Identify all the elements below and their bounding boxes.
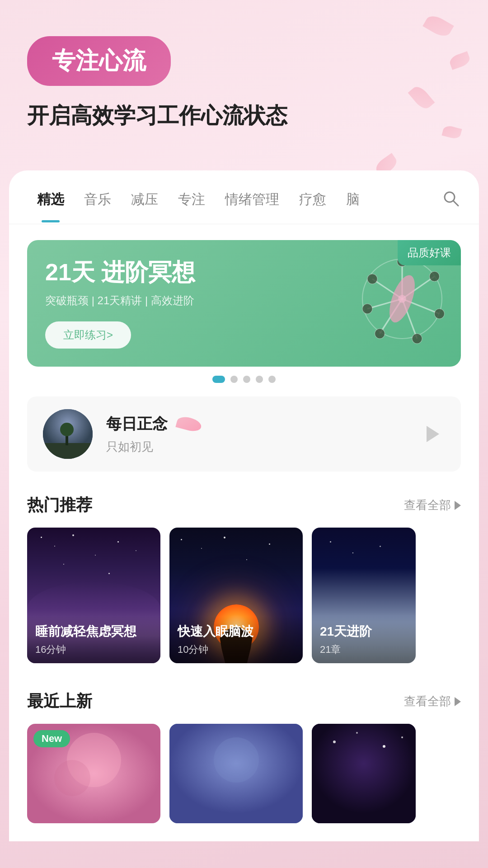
banner-carousel[interactable]: 品质好课 21天 进阶冥想 突破瓶颈 | 21天精讲 | 高效进阶 立即练习>	[27, 240, 461, 367]
svg-point-30	[356, 732, 358, 734]
dot-2[interactable]	[230, 376, 238, 383]
daily-title-row: 每日正念	[106, 414, 404, 434]
hot-card-3[interactable]: 21天进阶 21章	[312, 528, 416, 663]
dot-5[interactable]	[268, 376, 276, 383]
new-badge: New	[33, 730, 70, 747]
hot-cards-row: 睡前减轻焦虑冥想 16分钟 快速入眠脑波 10分钟	[9, 528, 479, 663]
tab-healing[interactable]: 疗愈	[289, 190, 336, 222]
recent-more-label: 查看全部	[404, 693, 451, 709]
hot-card-1[interactable]: 睡前减轻焦虑冥想 16分钟	[27, 528, 160, 663]
search-button[interactable]	[441, 189, 461, 224]
search-icon	[441, 189, 461, 208]
svg-point-29	[333, 741, 336, 743]
recent-section: 最近上新 查看全部	[9, 668, 479, 823]
banner-title: 21天 进阶冥想	[45, 258, 443, 286]
recent-card-image-3	[312, 724, 416, 823]
main-card: 精选 音乐 减压 专注 情绪管理 疗愈 脑 品质好课 21天 进阶冥想 突破瓶颈…	[9, 170, 479, 841]
banner-cta-button[interactable]: 立即练习>	[45, 321, 131, 349]
svg-rect-28	[312, 724, 416, 823]
banner-quality-badge: 品质好课	[398, 240, 461, 265]
card-caption-3: 21天进阶 21章	[312, 616, 416, 663]
dot-4[interactable]	[256, 376, 263, 383]
hot-section-more[interactable]: 查看全部	[404, 497, 461, 513]
card-image-2: 快速入眠脑波 10分钟	[169, 528, 303, 663]
hero-subtitle: 开启高效学习工作心流状态	[27, 102, 461, 130]
recent-card-1[interactable]: New	[27, 724, 160, 823]
recent-section-more[interactable]: 查看全部	[404, 693, 461, 709]
chevron-right-icon-2	[455, 697, 461, 706]
carousel-dots	[9, 376, 479, 383]
play-button[interactable]	[418, 420, 445, 448]
svg-point-25	[54, 760, 90, 796]
banner-desc: 突破瓶颈 | 21天精讲 | 高效进阶	[45, 293, 443, 308]
svg-point-31	[383, 745, 385, 748]
card-duration-3: 21章	[320, 643, 408, 656]
daily-subtitle: 只如初见	[106, 439, 404, 455]
hot-section-header: 热门推荐 查看全部	[9, 472, 479, 528]
svg-point-22	[60, 423, 74, 436]
recent-cards-row: New	[9, 724, 479, 823]
card-image-3: 21天进阶 21章	[312, 528, 416, 663]
svg-point-32	[401, 736, 403, 738]
recent-section-header: 最近上新 查看全部	[9, 668, 479, 724]
card-image-1: 睡前减轻焦虑冥想 16分钟	[27, 528, 160, 663]
daily-mindfulness-card[interactable]: 每日正念 只如初见	[27, 396, 461, 472]
card-duration-2: 10分钟	[178, 643, 295, 656]
recent-card-3[interactable]	[312, 724, 416, 823]
avatar-image	[43, 409, 93, 459]
hero-section: 专注心流 开启高效学习工作心流状态	[0, 0, 488, 157]
card-caption-1: 睡前减轻焦虑冥想 16分钟	[27, 616, 160, 663]
svg-rect-20	[43, 443, 93, 459]
chevron-right-icon	[455, 501, 461, 510]
svg-point-27	[214, 737, 259, 783]
category-tabs: 精选 音乐 减压 专注 情绪管理 疗愈 脑	[9, 170, 479, 224]
recent-card-image-2	[169, 724, 303, 823]
card-duration-1: 16分钟	[35, 643, 152, 656]
play-icon	[427, 426, 439, 442]
dot-1[interactable]	[212, 376, 225, 383]
dot-3[interactable]	[243, 376, 250, 383]
avatar-scene	[43, 409, 93, 459]
recent-card-2[interactable]	[169, 724, 303, 823]
hot-section-title: 热门推荐	[27, 494, 92, 516]
recent-card-visual-3	[312, 724, 416, 823]
daily-info: 每日正念 只如初见	[106, 414, 404, 455]
tab-decompression[interactable]: 减压	[121, 190, 168, 222]
svg-line-1	[453, 201, 458, 206]
tab-emotion[interactable]: 情绪管理	[215, 190, 289, 222]
recent-card-image-1: New	[27, 724, 160, 823]
tab-focus[interactable]: 专注	[168, 190, 215, 222]
avatar	[43, 409, 93, 459]
recent-card-visual-2	[169, 724, 303, 823]
card-name-1: 睡前减轻焦虑冥想	[35, 623, 152, 640]
card-caption-2: 快速入眠脑波 10分钟	[169, 616, 303, 663]
hot-card-2[interactable]: 快速入眠脑波 10分钟	[169, 528, 303, 663]
tab-brain[interactable]: 脑	[336, 190, 370, 222]
hero-badge: 专注心流	[27, 36, 171, 86]
card-name-2: 快速入眠脑波	[178, 623, 295, 640]
banner-content: 品质好课 21天 进阶冥想 突破瓶颈 | 21天精讲 | 高效进阶 立即练习>	[27, 240, 461, 366]
tab-music[interactable]: 音乐	[74, 190, 121, 222]
tab-jingxuan[interactable]: 精选	[27, 190, 74, 222]
daily-title: 每日正念	[106, 414, 168, 434]
petal-icon	[175, 415, 202, 433]
hot-more-label: 查看全部	[404, 497, 451, 513]
card-name-3: 21天进阶	[320, 623, 408, 640]
recent-section-title: 最近上新	[27, 690, 92, 712]
